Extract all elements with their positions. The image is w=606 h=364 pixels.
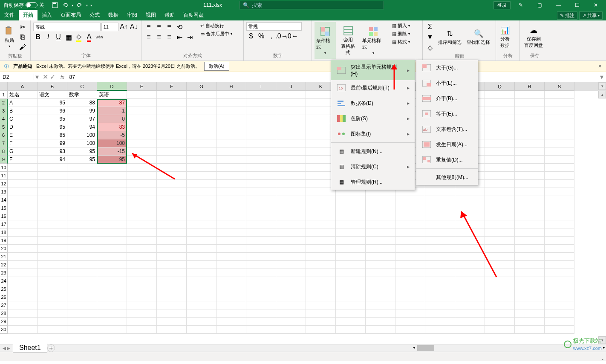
cell[interactable] (216, 309, 246, 318)
cell[interactable] (246, 115, 276, 123)
cell[interactable] (216, 172, 246, 180)
row-header[interactable]: 19 (0, 237, 8, 245)
cell[interactable] (38, 285, 67, 293)
cut-icon[interactable]: ✂ (18, 22, 27, 32)
tab-pagelayout[interactable]: 页面布局 (56, 10, 85, 20)
cell[interactable] (97, 293, 127, 301)
row-header[interactable]: 25 (0, 285, 8, 293)
cell[interactable] (366, 293, 395, 301)
cell[interactable] (455, 188, 485, 196)
cell[interactable] (336, 293, 366, 301)
cell[interactable] (157, 196, 187, 204)
cell[interactable] (485, 253, 515, 261)
cell[interactable] (425, 196, 455, 204)
cell[interactable] (246, 164, 276, 172)
cell[interactable] (515, 261, 545, 269)
cell[interactable] (157, 204, 187, 212)
increase-indent-icon[interactable]: ⇥ (185, 32, 194, 42)
cell[interactable] (485, 115, 515, 123)
cell[interactable] (366, 253, 395, 261)
cell[interactable] (545, 228, 574, 237)
cell[interactable] (246, 188, 276, 196)
column-header[interactable]: A (8, 82, 38, 91)
cell[interactable] (395, 204, 425, 212)
cell[interactable] (515, 220, 545, 228)
cell[interactable] (187, 204, 216, 212)
delete-cells-button[interactable]: ▦删除▾ (391, 30, 420, 38)
cell[interactable] (276, 245, 306, 253)
cell[interactable] (395, 326, 425, 334)
autosave-toggle[interactable] (26, 2, 38, 8)
cell[interactable] (127, 123, 157, 131)
cell[interactable] (515, 285, 545, 293)
cell[interactable] (515, 180, 545, 188)
cell[interactable] (157, 309, 187, 318)
cell[interactable] (455, 269, 485, 277)
font-family-select[interactable] (33, 23, 101, 31)
cell[interactable] (246, 147, 276, 156)
cell[interactable]: 100 (67, 139, 97, 147)
cell[interactable] (276, 172, 306, 180)
cell[interactable] (216, 301, 246, 309)
cell[interactable] (97, 326, 127, 334)
cell[interactable] (306, 245, 336, 253)
cell[interactable] (455, 253, 485, 261)
cell[interactable] (67, 253, 97, 261)
cell[interactable] (395, 237, 425, 245)
cell[interactable] (157, 91, 187, 99)
cell[interactable] (8, 164, 38, 172)
cell[interactable] (67, 196, 97, 204)
cell[interactable] (8, 220, 38, 228)
cell[interactable] (127, 156, 157, 164)
cell[interactable] (157, 99, 187, 107)
cell[interactable] (485, 301, 515, 309)
cell[interactable] (216, 180, 246, 188)
cell[interactable] (515, 269, 545, 277)
cell[interactable] (306, 237, 336, 245)
cell[interactable] (515, 147, 545, 156)
cell[interactable] (545, 269, 574, 277)
cell[interactable] (276, 220, 306, 228)
cell[interactable] (157, 253, 187, 261)
row-header[interactable]: 28 (0, 309, 8, 318)
decrease-indent-icon[interactable]: ⇤ (175, 32, 184, 42)
cell[interactable] (8, 285, 38, 293)
cell[interactable] (246, 220, 276, 228)
cell[interactable] (157, 131, 187, 139)
cell[interactable] (395, 269, 425, 277)
close-notification-icon[interactable]: ✕ (598, 64, 602, 69)
cell[interactable] (67, 269, 97, 277)
cell-styles-button[interactable]: 单元格样式 ▾ (361, 22, 386, 59)
cell[interactable] (157, 245, 187, 253)
cell[interactable] (216, 164, 246, 172)
cell[interactable] (157, 164, 187, 172)
cell[interactable] (545, 318, 574, 326)
cell[interactable] (157, 115, 187, 123)
cell[interactable] (157, 318, 187, 326)
cell[interactable] (276, 285, 306, 293)
cell[interactable] (187, 123, 216, 131)
format-painter-icon[interactable]: 🖌 (18, 43, 27, 52)
cell[interactable] (485, 99, 515, 107)
cell[interactable] (246, 269, 276, 277)
cell[interactable] (67, 188, 97, 196)
cell[interactable] (187, 164, 216, 172)
cell[interactable] (97, 301, 127, 309)
cell[interactable] (97, 164, 127, 172)
column-header[interactable]: J (276, 82, 306, 91)
cell[interactable] (216, 107, 246, 115)
cell[interactable]: F (8, 156, 38, 164)
cell[interactable] (157, 285, 187, 293)
activate-button[interactable]: 激活(A) (204, 62, 229, 71)
cell[interactable] (545, 188, 574, 196)
tab-baidu[interactable]: 百度网盘 (179, 10, 208, 20)
cell[interactable] (336, 285, 366, 293)
cell[interactable] (455, 309, 485, 318)
cell[interactable]: E (8, 131, 38, 139)
cell[interactable] (97, 237, 127, 245)
cell[interactable]: F (8, 139, 38, 147)
cell[interactable]: 96 (38, 107, 67, 115)
cell[interactable] (425, 220, 455, 228)
menu-new-rule[interactable]: ▦ 新建规则(N)... (331, 144, 415, 159)
cell[interactable] (336, 245, 366, 253)
